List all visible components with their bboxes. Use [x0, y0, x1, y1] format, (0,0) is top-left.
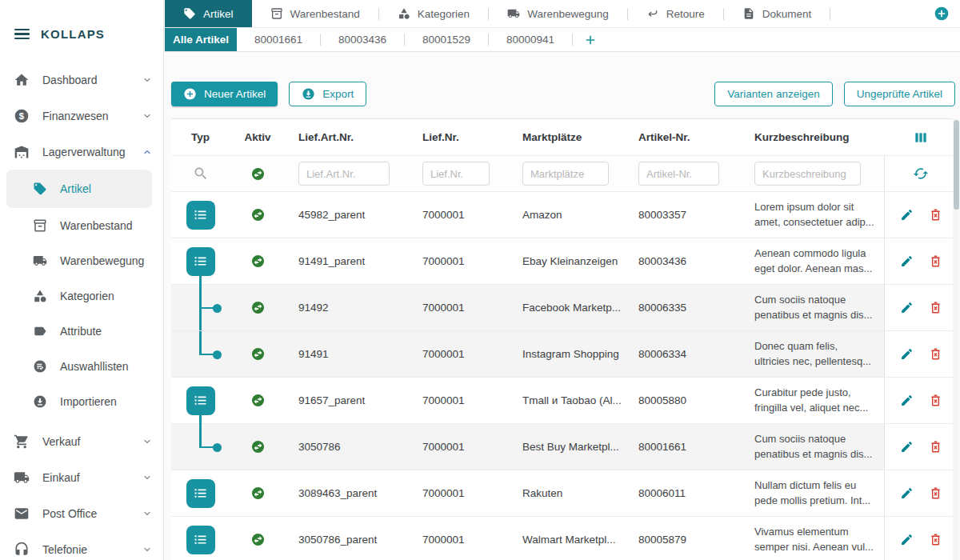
- parent-article-list-icon[interactable]: [186, 479, 215, 508]
- tab-label: Kategorien: [418, 8, 470, 20]
- menu-hamburger-icon[interactable]: [14, 29, 30, 40]
- edit-pencil-icon[interactable]: [900, 301, 914, 314]
- sidebar-item-label: Auswahllisten: [60, 360, 129, 373]
- sidebar-item-label: Warenbewegung: [60, 254, 144, 267]
- edit-pencil-icon[interactable]: [900, 533, 914, 546]
- toolbar: Neuer Artikel Export Varianten anzeigen …: [171, 82, 955, 106]
- tab-warenbewegung[interactable]: Warenbewegung: [489, 0, 627, 27]
- columns-icon[interactable]: [913, 130, 929, 146]
- export-button[interactable]: Export: [289, 82, 366, 106]
- tree-connector-line: [199, 415, 202, 424]
- mail-icon: [14, 506, 30, 522]
- col-header-lief-art-nr[interactable]: Lief.Art.Nr.: [286, 119, 410, 155]
- inventory-box-icon: [270, 7, 283, 20]
- tab-label: Artikel: [203, 8, 234, 20]
- edit-pencil-icon[interactable]: [900, 208, 914, 222]
- trash-x-icon[interactable]: [929, 254, 942, 268]
- sidebar-item-dashboard[interactable]: Dashboard: [0, 62, 163, 98]
- active-status-icon: [250, 207, 266, 222]
- sidebar-item-verkauf[interactable]: Verkauf: [0, 423, 163, 459]
- subtab-label: 80001529: [422, 34, 470, 46]
- show-variants-button[interactable]: Varianten anzeigen: [714, 82, 832, 106]
- sidebar-item-label: Verkauf: [42, 435, 80, 448]
- plus-icon: [584, 34, 597, 46]
- trash-x-icon[interactable]: [929, 533, 942, 546]
- trash-x-icon[interactable]: [929, 208, 942, 222]
- new-article-button[interactable]: Neuer Artikel: [171, 82, 278, 106]
- chevron-down-icon: [142, 509, 152, 518]
- table-header-row: Typ Aktiv Lief.Art.Nr. Lief.Nr. Marktplä…: [171, 119, 957, 155]
- sidebar-item-attribute[interactable]: Attribute: [0, 314, 163, 349]
- tab-dokument[interactable]: Dokument: [724, 0, 830, 27]
- cell-marktplatz: Ebay Kleinanzeigen: [510, 238, 626, 284]
- search-icon[interactable]: [193, 166, 209, 182]
- cell-marktplatz: Tmall и Taobao (Al...: [510, 378, 626, 423]
- edit-pencil-icon[interactable]: [900, 394, 914, 407]
- filter-lief-nr-input[interactable]: [422, 162, 490, 186]
- vertical-scrollbar[interactable]: [953, 118, 959, 560]
- cell-kurzbeschreibung: Cum sociis natoque penatibus et magnis d…: [742, 285, 884, 330]
- sidebar-item-lagerverwaltung[interactable]: Lagerverwaltung: [0, 134, 163, 170]
- col-header-typ[interactable]: Typ: [171, 119, 230, 155]
- cell-artikel-nr: 80003436: [626, 238, 742, 284]
- filter-artikel-nr-input[interactable]: [638, 162, 719, 186]
- edit-pencil-icon[interactable]: [900, 440, 914, 454]
- col-header-lief-nr[interactable]: Lief.Nr.: [410, 119, 510, 155]
- sidebar-item-finanzwesen[interactable]: $ Finanzwesen: [0, 98, 163, 134]
- sidebar-item-post-office[interactable]: Post Office: [0, 495, 163, 531]
- tab-retoure[interactable]: Retoure: [628, 0, 723, 27]
- refresh-icon[interactable]: [913, 166, 929, 182]
- tree-connector-line: [199, 331, 202, 355]
- sidebar-item-auswahllisten[interactable]: Auswahllisten: [0, 349, 163, 384]
- subtab-alle-artikel[interactable]: Alle Artikel: [165, 28, 237, 51]
- trash-x-icon[interactable]: [929, 301, 942, 314]
- subtab-80001661[interactable]: 80001661: [237, 28, 320, 51]
- sidebar-item-artikel[interactable]: Artikel: [6, 170, 152, 208]
- unchecked-articles-button[interactable]: Ungeprüfte Artikel: [844, 82, 955, 106]
- sidebar-item-telefonie[interactable]: Telefonie: [0, 531, 163, 560]
- subtab-80003436[interactable]: 80003436: [321, 28, 404, 51]
- filter-kurzbeschreibung-input[interactable]: [754, 162, 861, 186]
- cell-lief-art-nr: 91491: [286, 331, 410, 377]
- col-header-kurzbeschreibung[interactable]: Kurzbeschreibung: [742, 119, 884, 155]
- trash-x-icon[interactable]: [929, 347, 942, 361]
- col-header-aktiv[interactable]: Aktiv: [230, 119, 286, 155]
- col-header-marktplaetze[interactable]: Marktplätze: [510, 119, 626, 155]
- edit-pencil-icon[interactable]: [900, 486, 914, 500]
- col-header-artikel-nr[interactable]: Artikel-Nr.: [626, 119, 742, 155]
- parent-article-list-icon[interactable]: [186, 386, 215, 415]
- edit-pencil-icon[interactable]: [900, 347, 914, 361]
- parent-article-list-icon[interactable]: [186, 526, 215, 554]
- chevron-down-icon: [142, 473, 152, 482]
- cell-lief-art-nr: 91657_parent: [286, 378, 410, 423]
- sidebar-item-importieren[interactable]: Importieren: [0, 384, 163, 419]
- tab-artikel[interactable]: Artikel: [165, 0, 252, 27]
- swap-circle-icon[interactable]: [250, 166, 266, 182]
- filter-lief-art-nr-input[interactable]: [298, 162, 390, 186]
- scrollbar-thumb[interactable]: [954, 120, 959, 210]
- plus-circle-icon: [183, 87, 197, 101]
- subtab-80001529[interactable]: 80001529: [405, 28, 488, 51]
- sidebar-item-warenbewegung[interactable]: Warenbewegung: [0, 243, 163, 278]
- tab-label: Retoure: [666, 8, 705, 20]
- tab-warenbestand[interactable]: Warenbestand: [252, 0, 378, 27]
- filter-marktplaetze-input[interactable]: [522, 162, 609, 186]
- sidebar-item-kategorien[interactable]: Kategorien: [0, 278, 163, 314]
- edit-pencil-icon[interactable]: [900, 254, 914, 268]
- cell-lief-nr: 7000001: [410, 378, 510, 423]
- tab-kategorien[interactable]: Kategorien: [379, 0, 488, 27]
- add-subtab-button[interactable]: [573, 28, 608, 51]
- parent-article-list-icon[interactable]: [186, 201, 215, 230]
- parent-article-list-icon[interactable]: [186, 247, 215, 276]
- cell-lief-nr: 7000001: [410, 285, 510, 330]
- trash-x-icon[interactable]: [929, 440, 942, 454]
- subtab-label: 80001661: [254, 34, 302, 46]
- cell-artikel-nr: 80005880: [626, 378, 742, 423]
- trash-x-icon[interactable]: [929, 486, 942, 500]
- cell-lief-art-nr: 91492: [286, 285, 410, 330]
- subtab-80000941[interactable]: 80000941: [489, 28, 572, 51]
- sidebar-item-einkauf[interactable]: Einkauf: [0, 459, 163, 495]
- add-tab-button[interactable]: [934, 6, 950, 22]
- sidebar-item-warenbestand[interactable]: Warenbestand: [0, 208, 163, 243]
- trash-x-icon[interactable]: [929, 394, 942, 407]
